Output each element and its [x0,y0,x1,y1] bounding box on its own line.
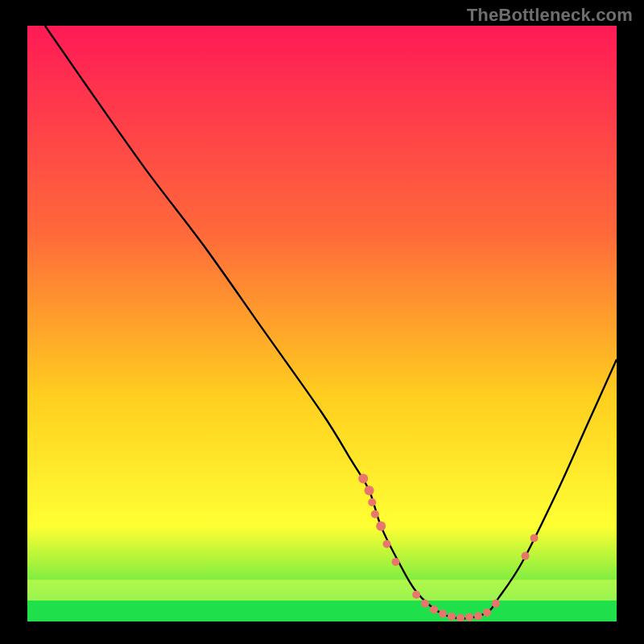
data-marker [383,540,391,548]
data-marker [371,510,379,518]
data-marker [483,609,491,617]
data-marker [530,534,539,542]
data-marker [456,614,464,622]
data-marker [474,612,482,620]
data-marker [412,591,420,599]
data-marker [522,552,530,560]
bottleneck-chart [0,0,644,644]
data-marker [439,609,447,617]
data-marker [430,605,438,613]
data-marker [376,522,386,531]
gradient-background [27,26,617,621]
data-marker [358,473,368,483]
green-band [27,601,617,621]
data-marker [492,600,500,608]
data-marker [365,485,374,495]
chart-frame: TheBottleneck.com [0,0,644,644]
watermark-text: TheBottleneck.com [467,5,633,26]
data-marker [465,613,473,621]
data-marker [392,558,400,566]
data-marker [368,498,376,506]
data-marker [448,613,456,621]
yellow-band [27,580,617,601]
data-marker [421,600,429,608]
